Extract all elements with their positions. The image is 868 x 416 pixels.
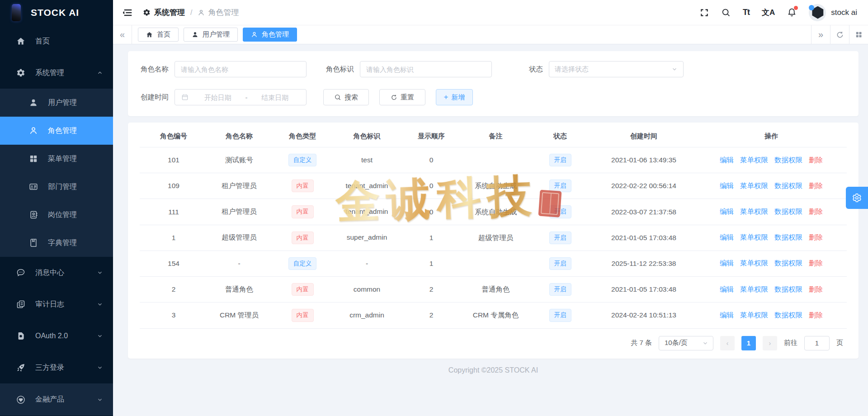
status-select-placeholder: 请选择状态 [555, 65, 589, 74]
table-row: 154 - 自定义 - 1 开启 2025-11-12 22:53:38 编辑菜… [140, 251, 847, 276]
menu-perms-link[interactable]: 菜单权限 [740, 311, 768, 319]
goto-suffix: 页 [836, 339, 843, 347]
delete-link[interactable]: 删除 [809, 208, 823, 215]
id-card-icon [29, 182, 38, 191]
edit-link[interactable]: 编辑 [720, 208, 734, 215]
menu-perms-link[interactable]: 菜单权限 [740, 285, 768, 293]
tab-users[interactable]: 用户管理 [184, 28, 238, 42]
cell-created: 2021-01-06 13:49:35 [592, 147, 696, 173]
sidebar-item-messages[interactable]: 消息中心 [0, 257, 113, 288]
sidebar-item-roles[interactable]: 角色管理 [0, 117, 113, 145]
book-icon [29, 238, 38, 247]
avatar-status-dot [809, 5, 814, 10]
delete-link[interactable]: 删除 [809, 285, 823, 293]
menu-perms-link[interactable]: 菜单权限 [740, 233, 768, 241]
date-range-picker[interactable]: - [175, 89, 307, 105]
user-menu[interactable]: stock ai [809, 4, 857, 21]
sidebar-item-system[interactable]: 系统管理 [0, 57, 113, 89]
menu-perms-link[interactable]: 菜单权限 [740, 156, 768, 164]
data-perms-link[interactable]: 数据权限 [774, 233, 802, 241]
reset-button[interactable]: 重置 [379, 89, 425, 105]
role-name-input[interactable] [175, 61, 306, 77]
data-perms-link[interactable]: 数据权限 [774, 285, 802, 293]
page-size-value: 10条/页 [665, 339, 688, 347]
topbar-actions: Tt 文A stock ai [700, 4, 857, 21]
edit-link[interactable]: 编辑 [720, 233, 734, 241]
filter-row-1: 角色名称 角色标识 状态 请选择状态 [141, 61, 846, 77]
sidebar-item-finance[interactable]: 金融产品 [0, 383, 113, 416]
sidebar-item-oauth[interactable]: OAuth 2.0 [0, 320, 113, 352]
layout-options-button[interactable] [849, 25, 868, 44]
end-date-input[interactable] [249, 90, 302, 105]
delete-link[interactable]: 删除 [809, 311, 823, 319]
prev-page-button[interactable]: ‹ [720, 336, 735, 350]
font-size-button[interactable]: Tt [743, 8, 750, 17]
edit-link[interactable]: 编辑 [720, 311, 734, 319]
start-date-input[interactable] [191, 90, 245, 105]
pagination: 共 7 条 10条/页 ‹ 1 › 前往 页 [140, 336, 847, 350]
sidebar-item-label: 岗位管理 [48, 210, 103, 220]
page-size-select[interactable]: 10条/页 [659, 336, 713, 350]
delete-link[interactable]: 删除 [809, 182, 823, 189]
add-role-button[interactable]: + 新增 [436, 89, 473, 105]
goto-label: 前往 [784, 339, 797, 347]
refresh-page-button[interactable] [830, 25, 849, 44]
search-submit-button[interactable]: 搜索 [323, 89, 369, 105]
edit-link[interactable]: 编辑 [720, 156, 734, 164]
tabs-scroll-right-button[interactable]: » [811, 25, 830, 44]
role-key-input[interactable] [360, 61, 491, 77]
cell-role-id: 101 [140, 147, 208, 173]
table-row: 2 普通角色 内置 common 2 普通角色 开启 2021-01-05 17… [140, 277, 847, 303]
sidebar-item-home[interactable]: 首页 [0, 25, 113, 57]
next-page-button[interactable]: › [763, 336, 777, 350]
table-row: 109 租户管理员 内置 tenant_admin 0 系统自动生成 开启 20… [140, 173, 847, 199]
chevron-right-icon: › [769, 339, 771, 347]
edit-link[interactable]: 编辑 [720, 182, 734, 189]
cell-role-name: CRM 管理员 [208, 303, 271, 328]
edit-link[interactable]: 编辑 [720, 259, 734, 267]
delete-link[interactable]: 删除 [809, 156, 823, 164]
search-button[interactable] [721, 8, 731, 17]
data-perms-link[interactable]: 数据权限 [774, 259, 802, 267]
tabs-scroll-left-button[interactable]: « [113, 25, 132, 44]
language-button[interactable]: 文A [762, 7, 775, 18]
notification-badge [794, 6, 798, 10]
reset-button-label: 重置 [401, 93, 414, 102]
menu-perms-link[interactable]: 菜单权限 [740, 259, 768, 267]
data-perms-link[interactable]: 数据权限 [774, 182, 802, 189]
status-badge: 开启 [549, 154, 571, 166]
cell-order: 1 [400, 225, 463, 251]
breadcrumb-level1[interactable]: 系统管理 [143, 7, 185, 18]
sidebar-item-depts[interactable]: 部门管理 [0, 173, 113, 201]
edit-link[interactable]: 编辑 [720, 285, 734, 293]
sidebar-item-posts[interactable]: 岗位管理 [0, 201, 113, 229]
chevron-down-icon [671, 66, 678, 72]
sidebar-item-menus[interactable]: 菜单管理 [0, 145, 113, 173]
page-number-1[interactable]: 1 [741, 336, 756, 350]
menu-perms-link[interactable]: 菜单权限 [740, 182, 768, 189]
table-row: 3 CRM 管理员 内置 crm_admin 2 CRM 专属角色 开启 202… [140, 303, 847, 328]
tab-home[interactable]: 首页 [138, 28, 179, 42]
cell-created: 2022-02-22 00:56:14 [592, 173, 696, 199]
goto-page-input[interactable] [804, 336, 830, 350]
theme-settings-button[interactable] [846, 187, 868, 209]
menu-perms-link[interactable]: 菜单权限 [740, 208, 768, 215]
data-perms-link[interactable]: 数据权限 [774, 311, 802, 319]
cell-order: 2 [400, 303, 463, 328]
delete-link[interactable]: 删除 [809, 259, 823, 267]
sidebar-item-users[interactable]: 用户管理 [0, 89, 113, 117]
tab-roles[interactable]: 角色管理 [243, 28, 297, 42]
fullscreen-button[interactable] [700, 8, 709, 17]
cell-role-name: 超级管理员 [208, 225, 271, 251]
sidebar-item-audit[interactable]: 审计日志 [0, 288, 113, 320]
data-perms-link[interactable]: 数据权限 [774, 156, 802, 164]
sidebar-item-dicts[interactable]: 字典管理 [0, 229, 113, 257]
notifications-button[interactable] [787, 8, 797, 17]
sidebar-item-thirdparty[interactable]: 三方登录 [0, 352, 113, 383]
address-book-icon [29, 210, 38, 219]
delete-link[interactable]: 删除 [809, 233, 823, 241]
chevron-down-icon [97, 397, 103, 403]
status-select[interactable]: 请选择状态 [549, 61, 684, 77]
sidebar-collapse-button[interactable] [123, 8, 133, 18]
data-perms-link[interactable]: 数据权限 [774, 208, 802, 215]
